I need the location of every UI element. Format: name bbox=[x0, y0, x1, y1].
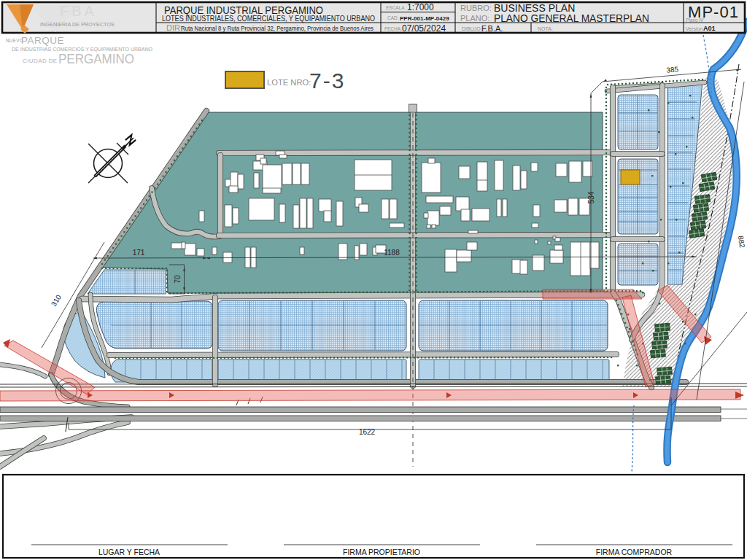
svg-text:RUBRO:: RUBRO: bbox=[460, 4, 492, 12]
svg-text:Plano N°: Plano N° bbox=[686, 18, 705, 23]
svg-text:FIRMA COMPRADOR: FIRMA COMPRADOR bbox=[596, 548, 673, 556]
svg-text:DIR:: DIR: bbox=[166, 23, 182, 32]
svg-text:NOTA:: NOTA: bbox=[538, 26, 553, 31]
svg-text:310: 310 bbox=[50, 293, 63, 308]
svg-text:1188: 1188 bbox=[384, 249, 400, 257]
svg-text:PPR-001-MP-0429: PPR-001-MP-0429 bbox=[400, 15, 449, 22]
svg-text:Ruta Nacional 8 y Ruta Provinc: Ruta Nacional 8 y Ruta Provincial 32, Pe… bbox=[181, 24, 374, 32]
svg-text:PLANO GENERAL MASTERPLAN: PLANO GENERAL MASTERPLAN bbox=[494, 12, 649, 24]
svg-text:1:7000: 1:7000 bbox=[407, 2, 434, 12]
svg-text:7-3: 7-3 bbox=[309, 69, 345, 93]
svg-text:LOTES INDUSTRIALES, COMERCIALE: LOTES INDUSTRIALES, COMERCIALES, Y EQUIP… bbox=[162, 14, 375, 23]
svg-text:PLANO:: PLANO: bbox=[460, 14, 489, 23]
svg-text:PARQUE: PARQUE bbox=[21, 35, 64, 46]
svg-text:882: 882 bbox=[737, 235, 747, 249]
svg-text:PERGAMINO: PERGAMINO bbox=[58, 52, 134, 66]
svg-text:FIRMA PROPIETARIO: FIRMA PROPIETARIO bbox=[343, 548, 420, 556]
svg-text:DIBUJO:: DIBUJO: bbox=[462, 26, 482, 31]
svg-text:534: 534 bbox=[587, 191, 595, 203]
svg-text:F.B.A.: F.B.A. bbox=[481, 24, 503, 33]
svg-text:07/05/2024: 07/05/2024 bbox=[402, 23, 446, 34]
svg-text:INGENIERIA DE PROYECTOS: INGENIERIA DE PROYECTOS bbox=[40, 21, 115, 28]
svg-text:385: 385 bbox=[666, 65, 679, 74]
svg-text:ESCALA:: ESCALA: bbox=[386, 5, 406, 10]
svg-text:CIUDAD DE: CIUDAD DE bbox=[23, 58, 58, 64]
svg-text:FECHA:: FECHA: bbox=[384, 26, 402, 31]
svg-text:Version: Version bbox=[686, 26, 703, 31]
svg-text:171: 171 bbox=[133, 249, 145, 257]
svg-text:70: 70 bbox=[174, 275, 182, 284]
svg-text:FBA: FBA bbox=[60, 3, 97, 19]
svg-text:LOTE NRO:: LOTE NRO: bbox=[267, 78, 311, 87]
svg-text:1622: 1622 bbox=[359, 428, 376, 436]
svg-text:LUGAR Y FECHA: LUGAR Y FECHA bbox=[98, 548, 160, 556]
svg-text:CAD:: CAD: bbox=[387, 15, 399, 20]
svg-text:A01: A01 bbox=[703, 25, 716, 32]
